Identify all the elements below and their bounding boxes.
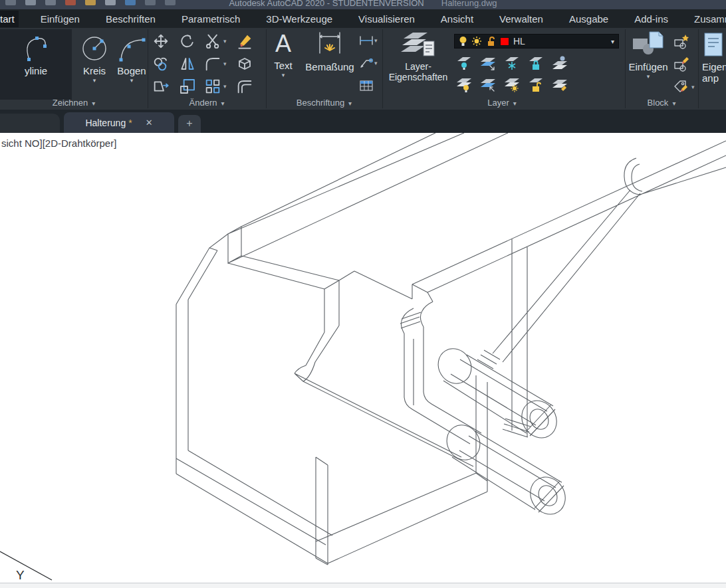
trim-scissors-icon [205, 33, 221, 49]
layer-isolate-icon [479, 54, 497, 72]
kreis-button[interactable]: Kreis ▾ [77, 29, 112, 84]
schieben-button[interactable] [153, 33, 169, 49]
varia-button[interactable] [180, 78, 195, 94]
text-caret-icon[interactable]: ▾ [269, 72, 298, 78]
ursprung-button[interactable] [237, 56, 253, 72]
reihe-button[interactable] [205, 78, 221, 94]
ribbon-tab-zusammenarbeiten[interactable]: Zusammenarbeiten [690, 11, 726, 27]
app-title: Autodesk AutoCAD 2020 - STUDENTENVERSION [229, 0, 424, 8]
layer-frieren-button[interactable] [503, 54, 521, 72]
text-button[interactable]: A Text ▾ [269, 29, 298, 78]
bogen-button[interactable]: Bogen ▾ [113, 29, 150, 84]
panel-label-block[interactable]: Block▾ [625, 98, 698, 108]
ribbon-tab-bar: Start Einfügen Beschriften Parametrisch … [0, 9, 726, 28]
ribbon-tab-start[interactable]: Start [0, 11, 19, 27]
layer-aktuell-button[interactable] [551, 54, 568, 72]
layer-unlock-icon [486, 36, 496, 47]
ribbon-tab-ausgabe[interactable]: Ausgabe [565, 11, 612, 27]
beam [228, 133, 508, 263]
block-caret-icon: ▾ [672, 100, 675, 107]
block-erstellen-button[interactable] [673, 33, 690, 50]
block-editor-button[interactable] [673, 56, 690, 73]
linear-bemassung-button[interactable] [359, 35, 374, 47]
block-einfuegen-button[interactable]: Einfügen ▾ [626, 29, 670, 80]
ribbon-tab-add-ins[interactable]: Add-ins [630, 11, 672, 27]
drawing-canvas[interactable]: sicht NO][2D-Drahtkörper] [0, 133, 726, 583]
abrunden-button[interactable] [205, 56, 221, 72]
attribut-caret-icon[interactable]: ▾ [691, 84, 695, 90]
ribbon-tab-visualisieren[interactable]: Visualisieren [354, 11, 419, 27]
layer-angleichen-button[interactable] [551, 76, 568, 93]
layer-thaw-icon [503, 76, 521, 93]
current-layer-name: HL [513, 36, 607, 47]
file-tab-halterung[interactable]: Halterung* ✕ [64, 112, 174, 133]
drehen-button[interactable] [180, 33, 195, 49]
layer-entsperren-button[interactable] [527, 76, 544, 93]
layer-isolieren-button[interactable] [479, 54, 497, 72]
kreis-caret-icon[interactable]: ▾ [77, 77, 112, 84]
eigenschaften-anpassen-button[interactable]: Eigen anp [702, 29, 726, 84]
stutzen-caret-icon[interactable]: ▾ [223, 38, 227, 45]
ribbon-tab-parametrisch[interactable]: Parametrisch [178, 11, 244, 27]
panel-layer: Layer- Eigenschaften HL ▾ [382, 28, 625, 110]
ribbon-tab-einfuegen[interactable]: Einfügen [37, 11, 84, 27]
layer-select-dropdown[interactable]: HL ▾ [454, 34, 619, 49]
polylinie-button[interactable]: ylinie [0, 29, 72, 100]
panel-beschriftung: A Text ▾ Bemaßung ▾ [266, 28, 382, 110]
layer-properties-icon [400, 31, 437, 60]
strecken-button[interactable] [153, 78, 169, 94]
rotate-icon [180, 33, 195, 49]
kreis-label: Kreis [77, 65, 112, 76]
tabelle-button[interactable] [359, 80, 374, 92]
new-tab-button[interactable]: + [178, 115, 201, 133]
ribbon-tab-verwalten[interactable]: Verwalten [495, 11, 547, 27]
fuehrungslinie-caret-icon[interactable]: ▾ [374, 60, 378, 66]
reihe-caret-icon[interactable]: ▾ [223, 83, 227, 90]
layer-ein-button[interactable] [455, 76, 473, 93]
layer-isolierung-aufheben-button[interactable] [479, 76, 497, 93]
loeschen-button[interactable] [237, 33, 253, 49]
linear-dim-icon [359, 35, 374, 47]
block-einfuegen-caret-icon[interactable]: ▾ [626, 73, 670, 80]
ribbon-tab-3d-werkzeuge[interactable]: 3D-Werkzeuge [262, 11, 336, 27]
polylinie-label: ylinie [0, 65, 72, 76]
layer-dropdown-caret-icon[interactable]: ▾ [611, 38, 614, 45]
ucs-icon: Y [0, 551, 52, 582]
panel-label-layer[interactable]: Layer▾ [422, 98, 582, 108]
panel-label-beschriftung[interactable]: Beschriftung▾ [266, 98, 382, 108]
circle-icon [78, 32, 110, 64]
file-tab-stub[interactable] [0, 114, 60, 133]
ribbon-tab-ansicht[interactable]: Ansicht [437, 11, 477, 27]
layer-color-swatch[interactable] [500, 37, 509, 46]
title-bar: Autodesk AutoCAD 2020 - STUDENTENVERSION… [0, 0, 726, 9]
edit-attribute-icon [673, 78, 690, 96]
eigenschaften-label-2: anp [702, 72, 726, 84]
kopieren-button[interactable] [153, 56, 169, 72]
layer-eigenschaften-button[interactable]: Layer- Eigenschaften [386, 29, 450, 82]
panel-block: Einfügen ▾ ▾ [625, 28, 698, 110]
layer-sperren-button[interactable] [527, 54, 544, 72]
ribbon-tab-beschriften[interactable]: Beschriften [102, 11, 160, 27]
wireframe-drawing: Y [0, 133, 726, 583]
attribut-bearbeiten-button[interactable] [673, 78, 690, 96]
properties-doc-icon [702, 31, 726, 60]
abrunden-caret-icon[interactable]: ▾ [223, 60, 227, 67]
panel-label-aendern[interactable]: Ändern▾ [148, 98, 266, 108]
spiegeln-button[interactable] [180, 56, 195, 72]
linear-bemassung-caret-icon[interactable]: ▾ [374, 37, 378, 44]
panel-label-zeichnen[interactable]: Zeichnen▾ [0, 98, 148, 108]
layer-tauen-button[interactable] [503, 76, 521, 93]
stutzen-button[interactable] [205, 33, 221, 49]
versetzen-button[interactable] [237, 78, 253, 94]
layer-thaw-sun-icon [471, 36, 482, 47]
layer-aus-button[interactable] [455, 54, 473, 72]
bogen-caret-icon[interactable]: ▾ [113, 77, 150, 84]
close-tab-icon[interactable]: ✕ [146, 118, 153, 128]
layer-lock-icon [527, 54, 544, 72]
arc-icon [116, 32, 148, 64]
text-icon: A [269, 29, 298, 58]
layer-eigenschaften-label-2: Eigenschaften [386, 72, 450, 82]
fuehrungslinie-button[interactable] [359, 57, 374, 69]
bemassung-button[interactable]: Bemaßung [302, 29, 358, 72]
layer-on-bulb-icon [459, 36, 467, 47]
